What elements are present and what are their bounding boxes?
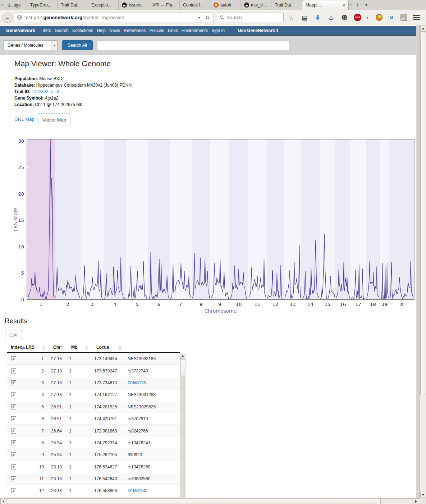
cell-locus: rs8242766 [126, 429, 180, 434]
table-scrollbar[interactable] [180, 353, 185, 497]
browser-tab[interactable]: autob... [210, 0, 241, 10]
tab-label: mst_cl... [251, 3, 267, 8]
cell-idx: 1 [22, 356, 50, 361]
column-header-mb[interactable]: Mb [67, 342, 92, 352]
browser-tab[interactable]: TypeErro... [27, 0, 58, 10]
list-all-tabs-icon[interactable]: ▾ [362, 0, 370, 10]
back-button[interactable]: ← [3, 13, 13, 23]
window-horizontal-scrollbar[interactable] [0, 498, 420, 504]
use-genenetwork1-link[interactable]: Use GeneNetwork 1 [238, 28, 279, 33]
cell-mb: 175.262195 [93, 452, 126, 457]
sort-icon[interactable] [61, 345, 64, 349]
scroll-up-icon[interactable] [420, 26, 426, 32]
scroll-left-icon[interactable] [0, 499, 6, 504]
new-tab-button[interactable]: + [353, 0, 362, 10]
table-scroll-up-icon[interactable] [180, 353, 185, 359]
row-checkbox[interactable]: ✔ [11, 464, 16, 469]
bookmark-star-icon[interactable]: ☆ [287, 14, 295, 22]
search-all-button[interactable]: Search All [62, 40, 93, 50]
site-brand[interactable]: GeneNetwork [6, 28, 35, 33]
table-scrollbar-thumb[interactable] [180, 359, 185, 376]
sort-icon[interactable] [85, 345, 88, 349]
nav-link-references[interactable]: References [124, 28, 146, 33]
adblock-caret-icon[interactable]: ▾ [367, 16, 370, 19]
vertical-scrollbar-thumb[interactable] [420, 32, 426, 395]
horizontal-scrollbar-thumb[interactable] [7, 499, 381, 504]
svg-text:5: 5 [136, 302, 138, 307]
cell-lrs: 26.91 [50, 404, 68, 409]
nav-link-intro[interactable]: Intro [43, 28, 51, 33]
row-checkbox[interactable]: ✔ [11, 476, 16, 481]
nav-link-help[interactable]: Help [97, 28, 106, 33]
nav-link-links[interactable]: Links [168, 28, 178, 33]
info-label: Trait ID: [14, 89, 31, 94]
reload-button[interactable]: ↻ [202, 14, 212, 21]
genome-scan-chart[interactable]: 0510152025301234567891011121314151617181… [13, 137, 416, 316]
row-checkbox[interactable]: ✔ [11, 452, 16, 457]
sort-icon[interactable] [42, 345, 45, 349]
browser-tab[interactable]: Trait Dat... [58, 0, 88, 10]
browser-tab[interactable]: API — Fla... [149, 0, 180, 10]
clipboard-icon[interactable]: ▤ [301, 14, 308, 22]
menu-icon[interactable] [413, 15, 420, 20]
tab-label: TypeErro... [30, 3, 51, 8]
nav-link-sign-in[interactable]: Sign in [211, 28, 225, 33]
browser-tab[interactable]: Trait Dat... [271, 0, 302, 10]
browser-tab[interactable]: mst_cl... [241, 0, 271, 10]
tab-close-icon[interactable]: × [342, 3, 345, 8]
cell-locus: rs3707910 [126, 416, 180, 421]
url-bar[interactable]: test-gn2.genenetwork.org/marker_regressi… [14, 13, 214, 22]
checkbox-cell: ✔ [7, 488, 22, 493]
sort-up-arrow [119, 345, 122, 347]
column-header-index[interactable]: Index [7, 342, 22, 352]
browser-tab[interactable]: Issues... [119, 0, 149, 10]
tab-scroll-right-icon[interactable]: › [349, 0, 353, 10]
nav-link-environments[interactable]: Environments [182, 28, 208, 33]
row-checkbox[interactable]: ✔ [11, 440, 16, 445]
nav-link-search[interactable]: Search [55, 28, 69, 33]
row-checkbox[interactable]: ✔ [11, 356, 16, 361]
row-checkbox[interactable]: ✔ [11, 416, 16, 421]
nav-link-news[interactable]: News [109, 28, 120, 33]
browser-tab[interactable]: Exceptio... [88, 0, 119, 10]
url-dropdown-icon[interactable]: ▾ [196, 16, 202, 19]
row-checkbox[interactable]: ✔ [11, 429, 16, 434]
foxyproxy-icon[interactable] [376, 14, 383, 21]
row-checkbox[interactable]: ✔ [11, 488, 16, 493]
tab-scroll-left-icon[interactable]: ‹ [0, 0, 4, 10]
download-icon[interactable] [314, 14, 322, 22]
svg-text:14: 14 [307, 302, 313, 307]
tab-vector-map[interactable]: Vector Map [38, 113, 70, 126]
row-checkbox[interactable]: ✔ [11, 404, 16, 409]
row-checkbox[interactable]: ✔ [11, 368, 16, 374]
home-icon[interactable]: ⌂ [327, 14, 335, 22]
browser-search-box[interactable]: Search [217, 13, 284, 22]
row-checkbox[interactable]: ✔ [11, 380, 16, 385]
select-caret-icon[interactable]: ▼ [51, 41, 57, 50]
messenger-icon[interactable]: ☻ [340, 14, 348, 22]
search-category-select[interactable]: Genes / Molecules ▼ [4, 40, 58, 50]
browser-tab[interactable]: Mappi...× [302, 0, 349, 10]
nav-link-collections[interactable]: Collections [72, 28, 93, 33]
adblock-icon[interactable]: ABP [354, 14, 361, 21]
tab-gn1-map[interactable]: GN1 Map [14, 116, 35, 122]
column-header-chr[interactable]: Chr [49, 342, 67, 352]
skype-icon[interactable]: S [388, 14, 395, 21]
scroll-down-icon[interactable] [420, 492, 426, 498]
column-header-lrs[interactable]: LRS [22, 342, 49, 352]
window-vertical-scrollbar[interactable] [420, 25, 426, 498]
browser-tab[interactable]: tt...age [4, 0, 27, 10]
compose-icon[interactable]: se [400, 14, 407, 21]
nav-link-policies[interactable]: Policies [149, 28, 164, 33]
sort-up-arrow [61, 345, 64, 347]
cell-lrs: 23.18 [50, 488, 68, 493]
sort-icon[interactable] [119, 345, 122, 349]
column-header-locus[interactable]: Locus [92, 342, 126, 352]
site-search-input[interactable] [97, 40, 289, 50]
browser-tab[interactable]: Contact I... [180, 0, 210, 10]
csv-export-button[interactable]: CSV [5, 330, 22, 340]
svg-text:2: 2 [66, 302, 69, 307]
row-checkbox[interactable]: ✔ [11, 392, 16, 397]
trait-id-link[interactable]: 1443823_s_at [32, 89, 59, 94]
scroll-right-icon[interactable] [413, 499, 419, 504]
